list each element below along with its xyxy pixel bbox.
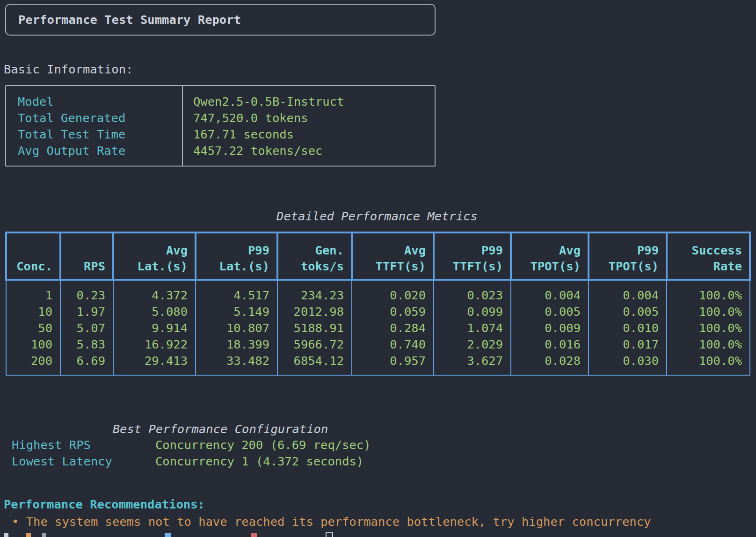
basic-info-heading: Basic Information: (4, 61, 133, 78)
best-config-label: Highest RPS (12, 437, 155, 453)
basic-info-row: Total Generated747,520.0 tokens (18, 110, 435, 126)
best-config-label: Lowest Latency (12, 453, 155, 470)
metrics-cell: 0.016 (511, 336, 589, 353)
metrics-row: 505.079.91410.8075188.910.2841.0740.0090… (6, 320, 750, 336)
metrics-cell: 0.028 (511, 353, 589, 375)
metrics-row: 10.234.3724.517234.230.0200.0230.0040.00… (6, 280, 750, 304)
metrics-cell: 5.149 (196, 304, 277, 320)
metrics-cell: 100.0% (667, 336, 750, 353)
metrics-cell: 10.807 (196, 320, 277, 336)
metrics-row: 2006.6929.41333.4826854.120.9573.6270.02… (6, 353, 750, 375)
clipped-next-line-fragment (4, 533, 8, 537)
metrics-column-header: Avg Lat.(s) (113, 232, 196, 280)
metrics-cell: 5.07 (60, 320, 113, 336)
metrics-column-header: Success Rate (667, 232, 750, 280)
metrics-cell: 0.004 (511, 280, 589, 304)
metrics-cell: 100.0% (667, 353, 750, 375)
metrics-row: 1005.8316.92218.3995966.720.7402.0290.01… (6, 336, 750, 353)
clipped-next-line-fragment (165, 533, 171, 537)
metrics-cell: 1.97 (60, 304, 113, 320)
metrics-cell: 0.030 (589, 353, 667, 375)
metrics-cell: 0.740 (352, 336, 434, 353)
metrics-cell: 4.372 (113, 280, 196, 304)
best-config-value: Concurrency 200 (6.69 req/sec) (155, 437, 567, 453)
best-config-title: Best Performance Configuration (5, 422, 436, 436)
metrics-cell: 5.080 (113, 304, 196, 320)
metrics-cell: 0.020 (352, 280, 434, 304)
metrics-column-header: Avg TTFT(s) (352, 232, 434, 280)
metrics-column-header: P99 TTFT(s) (434, 232, 511, 280)
metrics-row: 101.975.0805.1492012.980.0590.0990.0050.… (6, 304, 750, 320)
basic-info-value: 747,520.0 tokens (182, 110, 435, 126)
metrics-table-body: 10.234.3724.517234.230.0200.0230.0040.00… (6, 280, 750, 375)
metrics-cell: 200 (6, 353, 60, 375)
metrics-cell: 4.517 (196, 280, 277, 304)
basic-info-value: 167.71 seconds (182, 126, 435, 143)
basic-info-value: 4457.22 tokens/sec (182, 143, 435, 159)
terminal-cursor (326, 532, 333, 537)
best-config-row: Lowest LatencyConcurrency 1 (4.372 secon… (5, 453, 567, 470)
clipped-next-line-fragment (26, 533, 31, 537)
metrics-cell: 0.005 (511, 304, 589, 320)
metrics-column-header: Conc. (6, 232, 60, 280)
metrics-cell: 0.284 (352, 320, 434, 336)
metrics-column-header: P99 TPOT(s) (589, 232, 667, 280)
metrics-cell: 16.922 (113, 336, 196, 353)
basic-info-value: Qwen2.5-0.5B-Instruct (182, 94, 435, 110)
metrics-cell: 100.0% (667, 280, 750, 304)
basic-info-column-divider (182, 86, 183, 166)
metrics-cell: 6854.12 (277, 353, 352, 375)
metrics-cell: 18.399 (196, 336, 277, 353)
metrics-cell: 9.914 (113, 320, 196, 336)
metrics-cell: 0.004 (589, 280, 667, 304)
metrics-table: Conc.RPSAvg Lat.(s)P99 Lat.(s)Gen. toks/… (5, 232, 751, 376)
recommendations-list: • The system seems not to have reached i… (12, 515, 746, 529)
metrics-cell: 0.957 (352, 353, 434, 375)
metrics-header-row: Conc.RPSAvg Lat.(s)P99 Lat.(s)Gen. toks/… (6, 232, 750, 280)
metrics-cell: 0.23 (60, 280, 113, 304)
metrics-cell: 1.074 (434, 320, 511, 336)
metrics-cell: 100 (6, 336, 60, 353)
basic-info-label: Model (18, 94, 182, 110)
metrics-column-header: RPS (60, 232, 113, 280)
metrics-cell: 0.017 (589, 336, 667, 353)
clipped-next-line-fragment (42, 533, 46, 537)
recommendation-item: • The system seems not to have reached i… (12, 515, 746, 529)
metrics-table-title: Detailed Performance Metrics (5, 209, 749, 223)
metrics-cell: 6.69 (60, 353, 113, 375)
terminal-screen: Performance Test Summary Report Basic In… (0, 0, 756, 537)
metrics-cell: 5188.91 (277, 320, 352, 336)
metrics-cell: 5.83 (60, 336, 113, 353)
metrics-cell: 0.059 (352, 304, 434, 320)
basic-info-row: Avg Output Rate4457.22 tokens/sec (18, 143, 435, 159)
clipped-next-line-fragment (251, 533, 257, 537)
report-title-panel: Performance Test Summary Report (5, 4, 436, 36)
recommendations-heading: Performance Recommendations: (4, 497, 205, 511)
basic-info-row: ModelQwen2.5-0.5B-Instruct (18, 94, 435, 110)
metrics-cell: 0.009 (511, 320, 589, 336)
metrics-cell: 2012.98 (277, 304, 352, 320)
basic-info-row: Total Test Time167.71 seconds (18, 126, 435, 143)
metrics-cell: 100.0% (667, 320, 750, 336)
metrics-cell: 100.0% (667, 304, 750, 320)
basic-info-label: Total Generated (18, 110, 182, 126)
metrics-cell: 50 (6, 320, 60, 336)
metrics-cell: 2.029 (434, 336, 511, 353)
metrics-cell: 234.23 (277, 280, 352, 304)
basic-info-label: Total Test Time (18, 126, 182, 143)
metrics-column-header: P99 Lat.(s) (196, 232, 277, 280)
metrics-cell: 3.627 (434, 353, 511, 375)
metrics-cell: 1 (6, 280, 60, 304)
metrics-cell: 33.482 (196, 353, 277, 375)
metrics-cell: 0.010 (589, 320, 667, 336)
metrics-cell: 29.413 (113, 353, 196, 375)
report-title: Performance Test Summary Report (18, 13, 241, 27)
metrics-cell: 10 (6, 304, 60, 320)
best-config-row: Highest RPSConcurrency 200 (6.69 req/sec… (5, 437, 567, 453)
basic-info-rows: ModelQwen2.5-0.5B-InstructTotal Generate… (6, 86, 435, 159)
best-config-rows: Highest RPSConcurrency 200 (6.69 req/sec… (5, 437, 567, 470)
metrics-cell: 0.099 (434, 304, 511, 320)
basic-info-label: Avg Output Rate (18, 143, 182, 159)
metrics-column-header: Gen. toks/s (277, 232, 352, 280)
metrics-cell: 0.023 (434, 280, 511, 304)
